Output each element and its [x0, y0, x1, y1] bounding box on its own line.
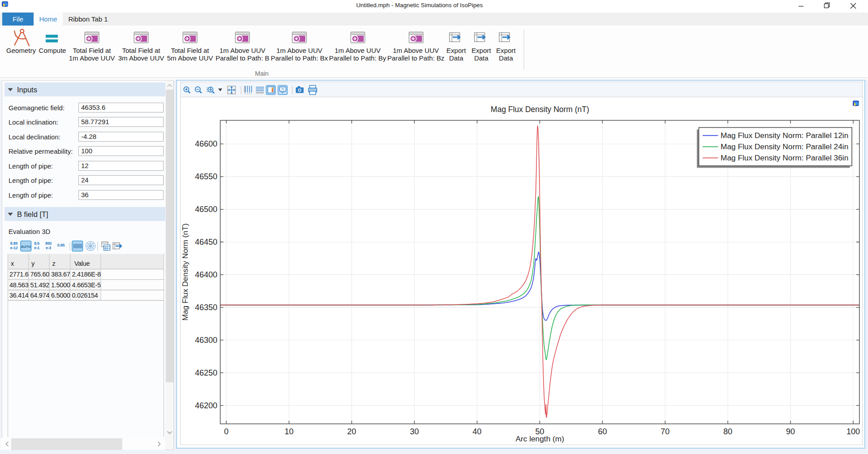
svg-text:10: 10: [285, 427, 294, 436]
svg-text:46200: 46200: [195, 401, 217, 410]
svg-text:46550: 46550: [195, 172, 217, 181]
svg-text:46300: 46300: [195, 336, 217, 345]
svg-text:z: z: [52, 260, 56, 267]
svg-text:60: 60: [598, 427, 607, 436]
svg-text:30: 30: [410, 427, 419, 436]
svg-text:46400: 46400: [195, 270, 217, 279]
svg-text:0: 0: [224, 427, 229, 436]
svg-text:Arc length (m): Arc length (m): [515, 434, 564, 443]
svg-text:Mag Flux Density Norm: Paralle: Mag Flux Density Norm: Parallel 24in: [721, 142, 848, 151]
svg-text:0.026154: 0.026154: [72, 292, 98, 299]
svg-text:6.5000: 6.5000: [51, 292, 70, 299]
svg-text:46600: 46600: [195, 139, 217, 148]
svg-text:90: 90: [786, 427, 795, 436]
svg-text:Mag Flux Density Norm (nT): Mag Flux Density Norm (nT): [491, 105, 589, 114]
svg-text:100: 100: [846, 427, 860, 436]
svg-text:36.414: 36.414: [9, 292, 29, 299]
svg-text:20: 20: [347, 427, 356, 436]
svg-text:80: 80: [723, 427, 732, 436]
svg-text:y: y: [31, 260, 35, 267]
svg-text:4.6653E-5: 4.6653E-5: [72, 281, 101, 289]
svg-text:46250: 46250: [195, 368, 217, 377]
svg-text:46450: 46450: [195, 238, 217, 246]
svg-text:Value: Value: [74, 260, 90, 267]
svg-text:70: 70: [661, 427, 669, 436]
svg-text:48.563: 48.563: [9, 281, 29, 289]
svg-text:383.67: 383.67: [51, 271, 70, 278]
svg-text:2771.6: 2771.6: [9, 271, 29, 278]
svg-text:765.60: 765.60: [30, 271, 50, 278]
svg-text:x: x: [11, 260, 14, 267]
svg-text:1.5000: 1.5000: [51, 281, 70, 289]
svg-text:Mag Flux Density Norm: Paralle: Mag Flux Density Norm: Parallel 12in: [721, 131, 848, 140]
svg-text:Mag Flux Density Norm (nT): Mag Flux Density Norm (nT): [181, 223, 190, 320]
svg-text:2.4186E-8: 2.4186E-8: [72, 271, 101, 278]
svg-text:40: 40: [473, 427, 482, 436]
svg-text:AUTO: AUTO: [21, 245, 31, 249]
svg-text:Mag Flux Density Norm: Paralle: Mag Flux Density Norm: Parallel 36in: [721, 153, 848, 162]
svg-text:64.974: 64.974: [30, 292, 50, 299]
svg-text:51.492: 51.492: [30, 281, 50, 289]
svg-text:46350: 46350: [195, 303, 217, 312]
svg-text:46500: 46500: [195, 205, 217, 214]
